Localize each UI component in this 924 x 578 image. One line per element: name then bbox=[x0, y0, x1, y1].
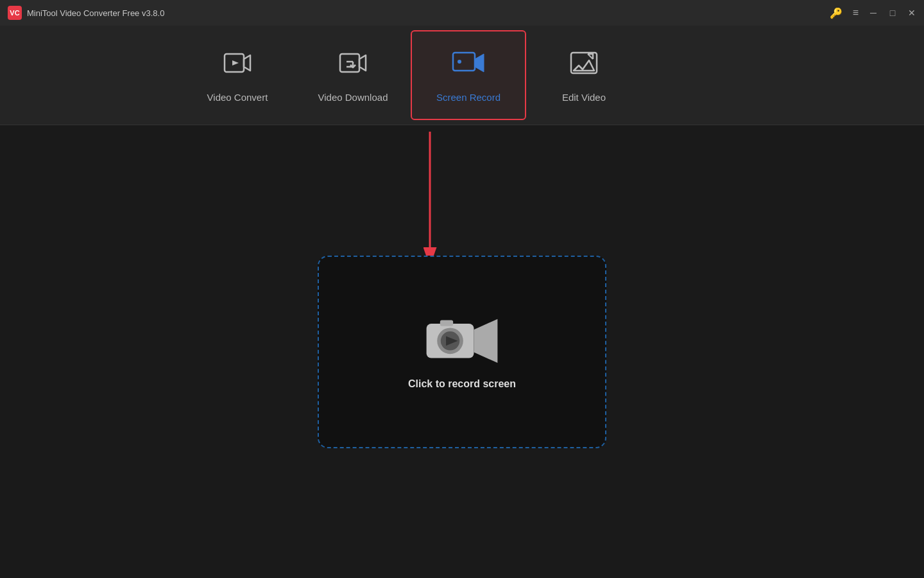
screen-record-icon bbox=[452, 48, 485, 84]
svg-rect-11 bbox=[440, 320, 453, 326]
svg-marker-12 bbox=[474, 319, 497, 362]
title-bar-controls: 🔑 ≡ ─ □ ✕ bbox=[830, 7, 916, 19]
close-button[interactable]: ✕ bbox=[907, 8, 916, 17]
record-label: Click to record screen bbox=[408, 378, 516, 390]
video-convert-icon bbox=[222, 48, 253, 84]
main-content: Click to record screen bbox=[0, 125, 924, 578]
pointer-arrow bbox=[411, 125, 449, 267]
video-download-icon bbox=[338, 48, 368, 84]
app-title: MiniTool Video Converter Free v3.8.0 bbox=[27, 8, 164, 18]
nav-bar: Video Convert Video Download bbox=[0, 26, 924, 125]
tab-video-convert-label: Video Convert bbox=[207, 92, 268, 103]
menu-icon[interactable]: ≡ bbox=[853, 7, 859, 19]
svg-point-3 bbox=[458, 60, 461, 64]
svg-rect-2 bbox=[453, 53, 475, 71]
app-window: VC MiniTool Video Converter Free v3.8.0 … bbox=[0, 0, 924, 578]
record-camera-icon bbox=[424, 314, 501, 365]
record-screen-area[interactable]: Click to record screen bbox=[318, 256, 606, 448]
tab-video-download[interactable]: Video Download bbox=[295, 30, 411, 120]
tab-screen-record[interactable]: Screen Record bbox=[411, 30, 526, 120]
tab-edit-video[interactable]: Edit Video bbox=[526, 30, 642, 120]
title-bar: VC MiniTool Video Converter Free v3.8.0 … bbox=[0, 0, 924, 26]
tab-video-convert[interactable]: Video Convert bbox=[180, 30, 295, 120]
title-bar-left: VC MiniTool Video Converter Free v3.8.0 bbox=[8, 6, 164, 20]
key-icon[interactable]: 🔑 bbox=[830, 7, 843, 19]
tab-screen-record-label: Screen Record bbox=[436, 92, 501, 103]
svg-rect-1 bbox=[340, 54, 359, 72]
tab-video-download-label: Video Download bbox=[318, 92, 388, 103]
maximize-button[interactable]: □ bbox=[888, 8, 897, 17]
edit-video-icon bbox=[569, 48, 599, 84]
app-logo: VC bbox=[8, 6, 22, 20]
minimize-button[interactable]: ─ bbox=[869, 8, 878, 17]
tab-edit-video-label: Edit Video bbox=[562, 92, 606, 103]
